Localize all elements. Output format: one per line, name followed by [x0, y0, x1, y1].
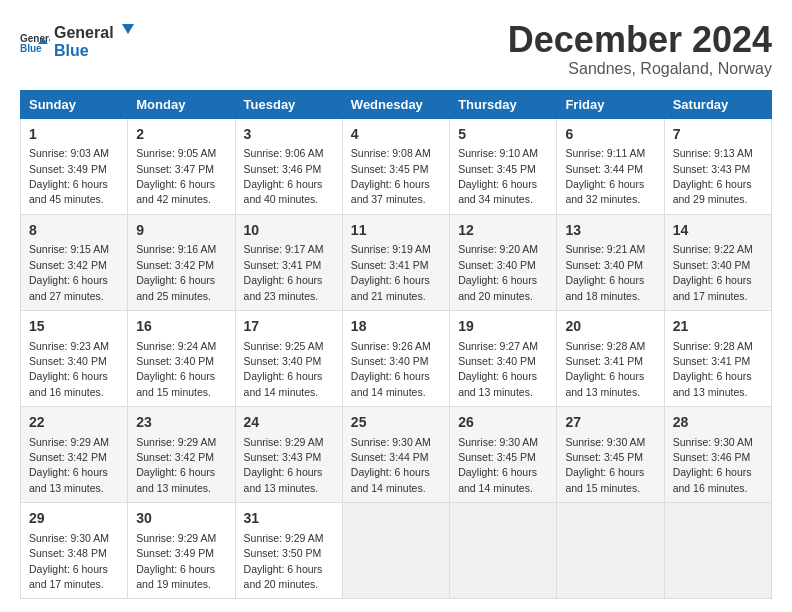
- daylight-text: Daylight: 6 hours: [351, 178, 430, 190]
- day-number: 7: [673, 125, 763, 145]
- day-number: 21: [673, 317, 763, 337]
- sunrise-text: Sunrise: 9:22 AM: [673, 243, 753, 255]
- daylight-minutes: and 15 minutes.: [136, 386, 211, 398]
- day-number: 22: [29, 413, 119, 433]
- daylight-minutes: and 21 minutes.: [351, 290, 426, 302]
- sunset-text: Sunset: 3:43 PM: [673, 163, 751, 175]
- daylight-minutes: and 40 minutes.: [244, 193, 319, 205]
- sunset-text: Sunset: 3:47 PM: [136, 163, 214, 175]
- header: General Blue General Blue December 2024 …: [20, 20, 772, 78]
- day-number: 3: [244, 125, 334, 145]
- day-cell: 22 Sunrise: 9:29 AM Sunset: 3:42 PM Dayl…: [21, 407, 128, 503]
- day-cell: 26 Sunrise: 9:30 AM Sunset: 3:45 PM Dayl…: [450, 407, 557, 503]
- sunset-text: Sunset: 3:44 PM: [565, 163, 643, 175]
- day-number: 13: [565, 221, 655, 241]
- day-number: 25: [351, 413, 441, 433]
- sunset-text: Sunset: 3:42 PM: [29, 259, 107, 271]
- daylight-minutes: and 16 minutes.: [673, 482, 748, 494]
- day-number: 6: [565, 125, 655, 145]
- daylight-minutes: and 13 minutes.: [29, 482, 104, 494]
- day-number: 24: [244, 413, 334, 433]
- svg-text:Blue: Blue: [20, 43, 42, 54]
- sunset-text: Sunset: 3:48 PM: [29, 547, 107, 559]
- sunset-text: Sunset: 3:42 PM: [136, 451, 214, 463]
- daylight-text: Daylight: 6 hours: [673, 274, 752, 286]
- sunset-text: Sunset: 3:42 PM: [136, 259, 214, 271]
- daylight-minutes: and 14 minutes.: [351, 482, 426, 494]
- sunrise-text: Sunrise: 9:29 AM: [244, 436, 324, 448]
- day-number: 27: [565, 413, 655, 433]
- sunrise-text: Sunrise: 9:28 AM: [565, 340, 645, 352]
- sunset-text: Sunset: 3:50 PM: [244, 547, 322, 559]
- day-number: 2: [136, 125, 226, 145]
- daylight-text: Daylight: 6 hours: [136, 466, 215, 478]
- day-cell: 15 Sunrise: 9:23 AM Sunset: 3:40 PM Dayl…: [21, 310, 128, 406]
- daylight-minutes: and 23 minutes.: [244, 290, 319, 302]
- day-cell: 16 Sunrise: 9:24 AM Sunset: 3:40 PM Dayl…: [128, 310, 235, 406]
- sunrise-text: Sunrise: 9:03 AM: [29, 147, 109, 159]
- sunset-text: Sunset: 3:45 PM: [458, 163, 536, 175]
- sunrise-text: Sunrise: 9:29 AM: [136, 532, 216, 544]
- daylight-minutes: and 17 minutes.: [673, 290, 748, 302]
- daylight-minutes: and 42 minutes.: [136, 193, 211, 205]
- calendar-table: SundayMondayTuesdayWednesdayThursdayFrid…: [20, 90, 772, 600]
- day-cell: 28 Sunrise: 9:30 AM Sunset: 3:46 PM Dayl…: [664, 407, 771, 503]
- week-row-5: 29 Sunrise: 9:30 AM Sunset: 3:48 PM Dayl…: [21, 503, 772, 599]
- day-number: 11: [351, 221, 441, 241]
- day-cell: 7 Sunrise: 9:13 AM Sunset: 3:43 PM Dayli…: [664, 118, 771, 214]
- daylight-text: Daylight: 6 hours: [351, 274, 430, 286]
- day-number: 14: [673, 221, 763, 241]
- daylight-minutes: and 45 minutes.: [29, 193, 104, 205]
- day-number: 19: [458, 317, 548, 337]
- day-cell: 8 Sunrise: 9:15 AM Sunset: 3:42 PM Dayli…: [21, 214, 128, 310]
- day-number: 10: [244, 221, 334, 241]
- day-cell: 25 Sunrise: 9:30 AM Sunset: 3:44 PM Dayl…: [342, 407, 449, 503]
- day-number: 20: [565, 317, 655, 337]
- day-cell: 3 Sunrise: 9:06 AM Sunset: 3:46 PM Dayli…: [235, 118, 342, 214]
- daylight-text: Daylight: 6 hours: [244, 370, 323, 382]
- sunrise-text: Sunrise: 9:13 AM: [673, 147, 753, 159]
- sunrise-text: Sunrise: 9:30 AM: [565, 436, 645, 448]
- day-cell: 9 Sunrise: 9:16 AM Sunset: 3:42 PM Dayli…: [128, 214, 235, 310]
- column-header-wednesday: Wednesday: [342, 90, 449, 118]
- sunset-text: Sunset: 3:49 PM: [29, 163, 107, 175]
- sunset-text: Sunset: 3:43 PM: [244, 451, 322, 463]
- day-cell: [342, 503, 449, 599]
- sunrise-text: Sunrise: 9:30 AM: [458, 436, 538, 448]
- day-number: 15: [29, 317, 119, 337]
- daylight-minutes: and 25 minutes.: [136, 290, 211, 302]
- week-row-4: 22 Sunrise: 9:29 AM Sunset: 3:42 PM Dayl…: [21, 407, 772, 503]
- sunset-text: Sunset: 3:44 PM: [351, 451, 429, 463]
- sunset-text: Sunset: 3:45 PM: [458, 451, 536, 463]
- week-row-3: 15 Sunrise: 9:23 AM Sunset: 3:40 PM Dayl…: [21, 310, 772, 406]
- daylight-text: Daylight: 6 hours: [673, 178, 752, 190]
- sunset-text: Sunset: 3:45 PM: [565, 451, 643, 463]
- day-cell: 5 Sunrise: 9:10 AM Sunset: 3:45 PM Dayli…: [450, 118, 557, 214]
- day-number: 9: [136, 221, 226, 241]
- sunrise-text: Sunrise: 9:19 AM: [351, 243, 431, 255]
- daylight-minutes: and 37 minutes.: [351, 193, 426, 205]
- day-cell: 24 Sunrise: 9:29 AM Sunset: 3:43 PM Dayl…: [235, 407, 342, 503]
- day-number: 8: [29, 221, 119, 241]
- sunrise-text: Sunrise: 9:17 AM: [244, 243, 324, 255]
- column-header-monday: Monday: [128, 90, 235, 118]
- header-row: SundayMondayTuesdayWednesdayThursdayFrid…: [21, 90, 772, 118]
- sunset-text: Sunset: 3:40 PM: [673, 259, 751, 271]
- day-cell: 1 Sunrise: 9:03 AM Sunset: 3:49 PM Dayli…: [21, 118, 128, 214]
- daylight-text: Daylight: 6 hours: [29, 563, 108, 575]
- daylight-minutes: and 27 minutes.: [29, 290, 104, 302]
- daylight-text: Daylight: 6 hours: [29, 370, 108, 382]
- sunrise-text: Sunrise: 9:29 AM: [244, 532, 324, 544]
- day-cell: 21 Sunrise: 9:28 AM Sunset: 3:41 PM Dayl…: [664, 310, 771, 406]
- title-section: December 2024 Sandnes, Rogaland, Norway: [508, 20, 772, 78]
- daylight-minutes: and 13 minutes.: [458, 386, 533, 398]
- day-cell: 11 Sunrise: 9:19 AM Sunset: 3:41 PM Dayl…: [342, 214, 449, 310]
- sunrise-text: Sunrise: 9:10 AM: [458, 147, 538, 159]
- day-cell: [664, 503, 771, 599]
- daylight-minutes: and 13 minutes.: [136, 482, 211, 494]
- sunrise-text: Sunrise: 9:20 AM: [458, 243, 538, 255]
- sunset-text: Sunset: 3:40 PM: [244, 355, 322, 367]
- day-cell: 6 Sunrise: 9:11 AM Sunset: 3:44 PM Dayli…: [557, 118, 664, 214]
- column-header-tuesday: Tuesday: [235, 90, 342, 118]
- sunrise-text: Sunrise: 9:21 AM: [565, 243, 645, 255]
